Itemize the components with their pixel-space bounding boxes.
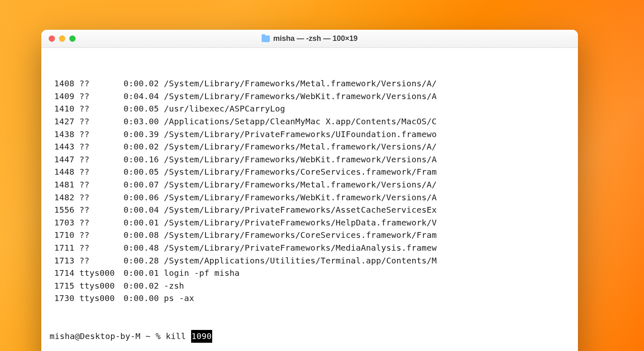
- process-cmd: -zsh: [164, 280, 184, 292]
- process-time: 0:00.00: [119, 292, 159, 305]
- process-tty: ??: [79, 128, 119, 141]
- process-pid: 1410: [50, 102, 74, 115]
- process-pid: 1714: [50, 267, 74, 280]
- process-cmd: login -pf misha: [164, 267, 240, 280]
- process-row: 1443??0:00.02/System/Library/Frameworks/…: [50, 140, 570, 153]
- window-title-text: misha — -zsh — 100×19: [273, 34, 358, 43]
- process-pid: 1409: [50, 90, 74, 103]
- process-pid: 1443: [50, 140, 74, 153]
- titlebar[interactable]: misha — -zsh — 100×19: [41, 30, 578, 48]
- process-tty: ??: [79, 216, 119, 229]
- terminal-output[interactable]: 1408??0:00.02/System/Library/Frameworks/…: [41, 48, 578, 351]
- process-time: 0:00.02: [119, 77, 159, 90]
- process-pid: 1481: [50, 178, 74, 191]
- process-row: 1409??0:04.04/System/Library/Frameworks/…: [50, 90, 570, 103]
- prompt-line[interactable]: misha@Desktop-by-M ~ % kill 1090: [50, 330, 570, 343]
- process-cmd: /System/Library/Frameworks/Metal.framewo…: [164, 178, 437, 191]
- process-tty: ??: [79, 191, 119, 204]
- process-tty: ??: [79, 229, 119, 242]
- process-tty: ??: [79, 153, 119, 166]
- process-cmd: /System/Applications/Utilities/Terminal.…: [164, 254, 437, 267]
- zoom-button[interactable]: [69, 36, 76, 42]
- process-tty: ??: [79, 242, 119, 254]
- process-time: 0:00.08: [119, 229, 159, 242]
- process-time: 0:00.05: [119, 166, 159, 178]
- process-pid: 1556: [50, 204, 74, 216]
- process-time: 0:00.01: [119, 216, 159, 229]
- process-pid: 1447: [50, 153, 74, 166]
- process-tty: ??: [79, 140, 119, 153]
- process-tty: ??: [79, 166, 119, 178]
- terminal-window: misha — -zsh — 100×19 1408??0:00.02/Syst…: [41, 30, 578, 351]
- process-pid: 1715: [50, 280, 74, 292]
- process-cmd: /System/Library/Frameworks/WebKit.framew…: [164, 191, 437, 204]
- prompt-selected-arg[interactable]: 1090: [191, 330, 212, 343]
- process-tty: ??: [79, 204, 119, 216]
- process-pid: 1710: [50, 229, 74, 242]
- process-time: 0:00.28: [119, 254, 159, 267]
- process-cmd: /System/Library/PrivateFrameworks/AssetC…: [164, 204, 437, 216]
- minimize-button[interactable]: [59, 36, 65, 42]
- process-pid: 1427: [50, 115, 74, 128]
- process-cmd: /System/Library/PrivateFrameworks/MediaA…: [164, 242, 437, 254]
- process-time: 0:00.02: [119, 280, 159, 292]
- process-row: 1715ttys0000:00.02-zsh: [50, 280, 570, 292]
- process-pid: 1730: [50, 292, 74, 305]
- process-time: 0:00.02: [119, 140, 159, 153]
- process-time: 0:00.16: [119, 153, 159, 166]
- process-tty: ttys000: [79, 280, 119, 292]
- process-pid: 1438: [50, 128, 74, 141]
- process-row: 1703??0:00.01/System/Library/PrivateFram…: [50, 216, 570, 229]
- process-cmd: /System/Library/PrivateFrameworks/UIFoun…: [164, 128, 437, 141]
- traffic-lights: [49, 36, 76, 42]
- process-row: 1710??0:00.08/System/Library/Frameworks/…: [50, 229, 570, 242]
- process-cmd: /System/Library/Frameworks/Metal.framewo…: [164, 77, 437, 90]
- process-row: 1448??0:00.05/System/Library/Frameworks/…: [50, 166, 570, 178]
- process-cmd: /System/Library/Frameworks/WebKit.framew…: [164, 153, 437, 166]
- process-row: 1427??0:03.00/Applications/Setapp/CleanM…: [50, 115, 570, 128]
- prompt-command: kill: [166, 330, 191, 343]
- process-time: 0:00.04: [119, 204, 159, 216]
- process-tty: ??: [79, 90, 119, 103]
- process-row: 1447??0:00.16/System/Library/Frameworks/…: [50, 153, 570, 166]
- process-tty: ??: [79, 178, 119, 191]
- process-row: 1410??0:00.05/usr/libexec/ASPCarryLog: [50, 102, 570, 115]
- process-cmd: /System/Library/Frameworks/WebKit.framew…: [164, 90, 437, 103]
- process-pid: 1713: [50, 254, 74, 267]
- process-tty: ??: [79, 254, 119, 267]
- process-row: 1408??0:00.02/System/Library/Frameworks/…: [50, 77, 570, 90]
- process-cmd: /System/Library/Frameworks/CoreServices.…: [164, 166, 437, 178]
- process-time: 0:00.07: [119, 178, 159, 191]
- process-cmd: /System/Library/Frameworks/CoreServices.…: [164, 229, 437, 242]
- process-row: 1438??0:00.39/System/Library/PrivateFram…: [50, 128, 570, 141]
- process-list: 1408??0:00.02/System/Library/Frameworks/…: [50, 77, 570, 305]
- prompt-prefix: misha@Desktop-by-M ~ %: [50, 330, 166, 343]
- process-row: 1711??0:00.48/System/Library/PrivateFram…: [50, 242, 570, 254]
- process-time: 0:00.05: [119, 102, 159, 115]
- process-row: 1730ttys0000:00.00ps -ax: [50, 292, 570, 305]
- process-cmd: /Applications/Setapp/CleanMyMac X.app/Co…: [164, 115, 437, 128]
- close-button[interactable]: [49, 36, 55, 42]
- process-pid: 1711: [50, 242, 74, 254]
- process-tty: ttys000: [79, 292, 119, 305]
- process-cmd: /usr/libexec/ASPCarryLog: [164, 102, 285, 115]
- process-row: 1482??0:00.06/System/Library/Frameworks/…: [50, 191, 570, 204]
- process-time: 0:00.39: [119, 128, 159, 141]
- process-cmd: /System/Library/Frameworks/Metal.framewo…: [164, 140, 437, 153]
- process-row: 1556??0:00.04/System/Library/PrivateFram…: [50, 204, 570, 216]
- process-row: 1713??0:00.28/System/Applications/Utilit…: [50, 254, 570, 267]
- window-title: misha — -zsh — 100×19: [262, 34, 358, 43]
- process-cmd: /System/Library/PrivateFrameworks/HelpDa…: [164, 216, 437, 229]
- folder-icon: [262, 36, 270, 42]
- process-cmd: ps -ax: [164, 292, 194, 305]
- process-time: 0:00.48: [119, 242, 159, 254]
- process-pid: 1408: [50, 77, 74, 90]
- process-row: 1481??0:00.07/System/Library/Frameworks/…: [50, 178, 570, 191]
- process-time: 0:00.06: [119, 191, 159, 204]
- process-time: 0:00.01: [119, 267, 159, 280]
- process-time: 0:04.04: [119, 90, 159, 103]
- process-pid: 1448: [50, 166, 74, 178]
- process-row: 1714ttys0000:00.01login -pf misha: [50, 267, 570, 280]
- process-tty: ??: [79, 115, 119, 128]
- process-tty: ??: [79, 77, 119, 90]
